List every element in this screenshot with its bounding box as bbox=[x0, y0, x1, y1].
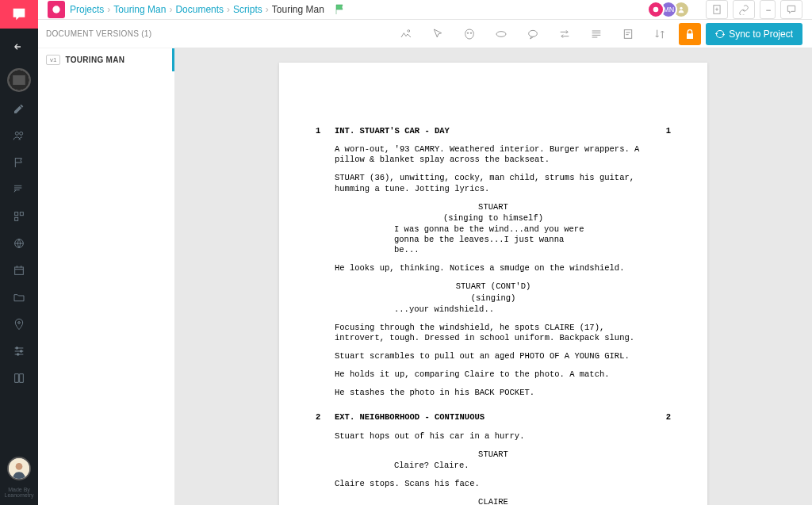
app-header: Projects › Touring Man › Documents › Scr… bbox=[38, 0, 812, 20]
image-icon[interactable] bbox=[390, 20, 422, 48]
status-flag-icon[interactable] bbox=[334, 3, 347, 16]
sync-button[interactable]: Sync to Project bbox=[706, 23, 802, 45]
flag-icon[interactable] bbox=[0, 149, 38, 176]
svg-point-14 bbox=[16, 463, 23, 470]
swap-icon[interactable] bbox=[549, 20, 580, 48]
svg-rect-24 bbox=[625, 29, 632, 38]
action-line[interactable]: He holds it up, comparing Claire to the … bbox=[335, 369, 652, 380]
edit-icon[interactable] bbox=[0, 95, 38, 122]
svg-point-21 bbox=[471, 33, 472, 33]
svg-point-9 bbox=[18, 322, 21, 324]
action-line[interactable]: Focusing through the windshield, he spot… bbox=[335, 323, 652, 343]
breadcrumb: Projects › Touring Man › Documents › Scr… bbox=[70, 4, 324, 15]
chevron-right-icon: › bbox=[266, 4, 269, 15]
svg-point-2 bbox=[15, 132, 18, 135]
comments-button[interactable] bbox=[780, 0, 802, 19]
crumb-documents[interactable]: Documents bbox=[175, 4, 224, 15]
crumb-project[interactable]: Touring Man bbox=[113, 4, 166, 15]
scene-heading[interactable]: 1INT. STUART'S CAR - DAY1 bbox=[316, 126, 671, 136]
cursor-icon[interactable] bbox=[422, 20, 454, 48]
sort-icon[interactable] bbox=[644, 20, 676, 48]
character-name[interactable]: STUART bbox=[335, 450, 652, 460]
svg-point-11 bbox=[20, 350, 22, 353]
action-line[interactable]: Claire stops. Scans his face. bbox=[335, 479, 652, 489]
svg-point-12 bbox=[17, 354, 19, 356]
action-line[interactable]: He looks up, thinking. Notices a smudge … bbox=[335, 263, 652, 274]
character-name[interactable]: STUART bbox=[335, 202, 652, 212]
version-name: TOURING MAN bbox=[65, 55, 124, 64]
back-arrow-icon[interactable] bbox=[0, 33, 38, 60]
svg-rect-1 bbox=[13, 75, 25, 85]
action-line[interactable]: Stuart scrambles to pull out an aged PHO… bbox=[335, 351, 652, 362]
scene-heading[interactable]: 2EXT. NEIGHBORHOOD - CONTINUOUS2 bbox=[316, 412, 671, 423]
dialogue-line[interactable]: ...your windshield.. bbox=[394, 304, 592, 315]
character-name[interactable]: CLAIRE bbox=[335, 497, 652, 505]
sync-label: Sync to Project bbox=[729, 29, 793, 40]
svg-rect-8 bbox=[15, 267, 24, 274]
calendar-icon[interactable] bbox=[0, 257, 38, 284]
chevron-right-icon: › bbox=[107, 4, 110, 15]
svg-point-23 bbox=[529, 30, 538, 36]
svg-point-17 bbox=[680, 7, 683, 10]
loop-icon[interactable] bbox=[485, 20, 517, 48]
crumb-projects[interactable]: Projects bbox=[70, 4, 104, 15]
script-page[interactable]: 1INT. STUART'S CAR - DAY1A worn-out, '93… bbox=[279, 63, 707, 505]
version-item[interactable]: v1 TOURING MAN bbox=[38, 48, 174, 71]
link-button[interactable] bbox=[733, 0, 755, 19]
svg-point-20 bbox=[468, 33, 469, 33]
user-avatar[interactable] bbox=[7, 457, 31, 480]
location-icon[interactable] bbox=[0, 311, 38, 338]
action-line[interactable]: He stashes the photo in his BACK POCKET. bbox=[335, 388, 652, 398]
align-icon[interactable] bbox=[580, 20, 612, 48]
svg-point-3 bbox=[20, 132, 23, 135]
comment-icon[interactable] bbox=[517, 20, 549, 48]
folder-icon[interactable] bbox=[0, 284, 38, 311]
mask-icon[interactable] bbox=[454, 20, 485, 48]
project-thumbnail[interactable] bbox=[7, 68, 31, 92]
people-icon[interactable] bbox=[0, 122, 38, 149]
note-icon[interactable] bbox=[612, 20, 644, 48]
chevron-right-icon: › bbox=[227, 4, 230, 15]
globe-icon[interactable] bbox=[0, 230, 38, 257]
svg-point-19 bbox=[408, 29, 410, 32]
action-line[interactable]: STUART (36), unwitting, cocky, man child… bbox=[335, 173, 652, 193]
character-name[interactable]: STUART (CONT'D) bbox=[335, 281, 652, 292]
svg-point-22 bbox=[496, 31, 506, 36]
versions-panel: DOCUMENT VERSIONS (1) v1 TOURING MAN bbox=[38, 20, 174, 505]
export-button[interactable] bbox=[706, 0, 728, 19]
chat-lines-icon[interactable] bbox=[0, 176, 38, 203]
app-logo[interactable] bbox=[0, 0, 38, 29]
svg-rect-6 bbox=[15, 217, 18, 220]
dialogue-line[interactable]: I was gonna be the wind...and you were g… bbox=[394, 224, 592, 255]
crumb-current: Touring Man bbox=[272, 4, 324, 15]
svg-point-15 bbox=[52, 6, 59, 13]
parenthetical[interactable]: (singing) bbox=[335, 293, 652, 304]
lock-button[interactable] bbox=[679, 23, 701, 45]
more-button[interactable]: ··· bbox=[760, 0, 776, 19]
version-badge: v1 bbox=[46, 55, 60, 65]
brand-chip[interactable] bbox=[48, 1, 65, 18]
chevron-right-icon: › bbox=[169, 4, 172, 15]
parenthetical[interactable]: (singing to himself) bbox=[335, 213, 652, 224]
crumb-scripts[interactable]: Scripts bbox=[233, 4, 262, 15]
collaborator-chips[interactable]: MN bbox=[652, 1, 690, 18]
sliders-icon[interactable] bbox=[0, 338, 38, 365]
footer-credit: Made ByLeanometry bbox=[5, 484, 34, 502]
versions-header: DOCUMENT VERSIONS (1) bbox=[38, 20, 174, 48]
svg-point-16 bbox=[653, 7, 659, 13]
action-line[interactable]: A worn-out, '93 CAMRY. Weathered interio… bbox=[335, 144, 652, 165]
editor-toolbar: Sync to Project bbox=[174, 20, 812, 48]
svg-point-10 bbox=[16, 347, 18, 350]
puzzle-icon[interactable] bbox=[0, 203, 38, 230]
action-line[interactable]: Stuart hops out of his car in a hurry. bbox=[335, 431, 652, 442]
dialogue-line[interactable]: Claire? Claire. bbox=[394, 461, 592, 471]
nav-rail: Made ByLeanometry bbox=[0, 0, 38, 505]
svg-rect-4 bbox=[15, 212, 18, 216]
svg-rect-5 bbox=[20, 212, 23, 216]
book-icon[interactable] bbox=[0, 365, 38, 392]
